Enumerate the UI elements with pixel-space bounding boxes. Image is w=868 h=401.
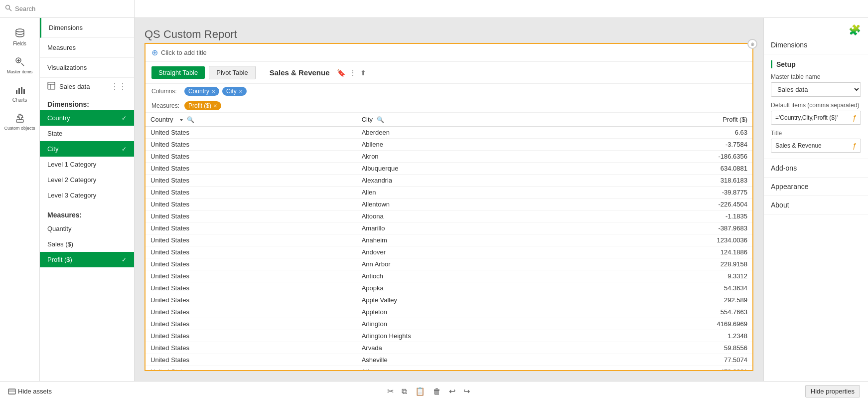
col-header-profit[interactable]: Profit ($) <box>594 113 752 127</box>
bookmark-icon[interactable]: 🔖 <box>337 69 345 77</box>
table-row: United StatesAntioch9.3312 <box>145 270 752 282</box>
chip-city-close[interactable]: ✕ <box>239 89 243 94</box>
left-sidebar: Fields Master items Charts Cu <box>0 18 40 381</box>
columns-label: Columns: <box>151 88 181 95</box>
table-row: United StatesAppleton554.7663 <box>145 306 752 318</box>
dim-level3[interactable]: Level 3 Category <box>40 188 134 203</box>
title-label: Title <box>771 130 861 137</box>
right-section-about[interactable]: About <box>764 196 868 214</box>
share-icon[interactable]: ⬆ <box>360 69 366 77</box>
table-row: United StatesAberdeen6.63 <box>145 127 752 139</box>
master-table-label: Master table name <box>771 73 861 80</box>
svg-point-2 <box>16 29 24 32</box>
dim-country[interactable]: Country ✓ <box>40 110 134 126</box>
panel-tab-visualizations[interactable]: Visualizations <box>40 58 134 78</box>
title-input-wrap[interactable]: Sales & Revenue ƒ <box>771 139 861 153</box>
delete-icon[interactable]: 🗑 <box>433 387 441 396</box>
paste-icon[interactable]: 📋 <box>415 387 425 396</box>
dim-level1[interactable]: Level 1 Category <box>40 157 134 172</box>
svg-rect-4 <box>16 90 17 94</box>
report-widget: ⊕ ⊕ Click to add title Straight Table Pi… <box>145 43 753 371</box>
dots-icon[interactable]: ⋮ <box>349 69 356 77</box>
left-panel: Dimensions Measures Visualizations Sales… <box>40 18 135 381</box>
table-row: United StatesAbilene-3.7584 <box>145 139 752 151</box>
bottom-right: Hide properties <box>805 385 860 398</box>
right-section-addons[interactable]: Add-ons <box>764 159 868 178</box>
copy-icon[interactable]: ⧉ <box>402 387 407 396</box>
default-items-fx-icon[interactable]: ƒ <box>853 114 857 122</box>
right-panel: 🧩 Dimensions Setup Master table name Sal… <box>763 18 868 381</box>
table-row: United StatesArlington4169.6969 <box>145 318 752 330</box>
chip-city[interactable]: City ✕ <box>222 87 247 96</box>
sales-data-item[interactable]: Sales data ⋮⋮ <box>40 78 134 95</box>
straight-table-btn[interactable]: Straight Table <box>151 66 205 79</box>
search-box <box>0 0 135 17</box>
master-table-select-wrap: Sales data <box>771 82 861 97</box>
data-table-wrap[interactable]: Country 🔍 City 🔍 Profit ($) <box>145 113 752 370</box>
default-items-input-wrap[interactable]: ='Country,City,Profit ($)' ƒ <box>771 111 861 125</box>
table-row: United StatesArvada59.8556 <box>145 342 752 354</box>
dim-level2[interactable]: Level 2 Category <box>40 172 134 188</box>
table-row: United StatesAndover124.1886 <box>145 246 752 258</box>
report-title: QS Custom Report <box>145 28 237 40</box>
sidebar-item-custom-objects[interactable]: Custom objects <box>0 108 39 136</box>
sidebar-item-fields[interactable]: Fields <box>0 23 39 51</box>
table-row: United StatesApple Valley292.589 <box>145 294 752 306</box>
report-title-area: QS Custom Report <box>135 18 763 44</box>
chip-profit-close[interactable]: ✕ <box>213 103 217 109</box>
add-title-bar[interactable]: ⊕ Click to add title <box>145 44 752 62</box>
title-fx-icon[interactable]: ƒ <box>853 142 857 150</box>
right-section-dimensions[interactable]: Dimensions <box>764 36 868 54</box>
dimensions-heading: Dimensions: <box>40 95 134 110</box>
default-items-value: ='Country,City,Profit ($)' <box>775 114 838 121</box>
col-header-country[interactable]: Country 🔍 <box>145 113 357 127</box>
chip-country[interactable]: Country ✕ <box>184 87 219 96</box>
col-header-city[interactable]: City 🔍 <box>357 113 594 127</box>
search-icon <box>5 4 12 13</box>
dim-city[interactable]: City ✓ <box>40 141 134 157</box>
hide-assets-btn[interactable]: Hide assets <box>8 388 52 396</box>
undo-icon[interactable]: ↩ <box>449 387 455 396</box>
table-header-row: Country 🔍 City 🔍 Profit ($) <box>145 113 752 127</box>
right-section-appearance[interactable]: Appearance <box>764 178 868 196</box>
panel-tab-dimensions[interactable]: Dimensions <box>40 18 134 38</box>
svg-rect-6 <box>21 87 22 94</box>
measure-profit[interactable]: Profit ($) ✓ <box>40 252 134 267</box>
country-search-icon[interactable]: 🔍 <box>187 116 194 123</box>
left-panel-content: Sales data ⋮⋮ Dimensions: Country ✓ Stat… <box>40 78 134 381</box>
redo-icon[interactable]: ↪ <box>463 387 470 396</box>
default-items-label: Default items (comma separated) <box>771 102 861 109</box>
sidebar-item-charts[interactable]: Charts <box>0 79 39 108</box>
chip-country-close[interactable]: ✕ <box>211 89 215 94</box>
svg-rect-12 <box>8 389 15 394</box>
search-input[interactable] <box>15 5 115 12</box>
chip-profit[interactable]: Profit ($) ✕ <box>184 101 221 110</box>
main-layout: Fields Master items Charts Cu <box>0 18 868 381</box>
resize-handle[interactable]: ⊕ <box>747 39 757 49</box>
hide-properties-btn[interactable]: Hide properties <box>805 385 860 398</box>
measure-sales[interactable]: Sales ($) <box>40 236 134 252</box>
table-row: United StatesAmarillo-387.9683 <box>145 222 752 234</box>
pivot-table-btn[interactable]: Pivot Table <box>209 66 255 79</box>
check-country: ✓ <box>122 115 127 122</box>
dim-state[interactable]: State <box>40 126 134 141</box>
chip-country-label: Country <box>188 88 209 95</box>
svg-rect-8 <box>16 120 23 122</box>
scissor-icon[interactable]: ✂ <box>387 387 394 396</box>
city-search-icon[interactable]: 🔍 <box>377 116 384 123</box>
check-profit: ✓ <box>122 256 127 263</box>
top-bar <box>0 0 868 18</box>
puzzle-icon[interactable]: 🧩 <box>849 24 861 36</box>
measure-quantity[interactable]: Quantity <box>40 221 134 236</box>
sidebar-item-master-items[interactable]: Master items <box>0 51 39 79</box>
table-row: United StatesAltoona-1.1835 <box>145 210 752 222</box>
master-table-select[interactable]: Sales data <box>771 82 861 97</box>
right-section-setup: Setup Master table name Sales data Defau… <box>764 54 868 159</box>
table-row: United StatesAnaheim1234.0036 <box>145 234 752 246</box>
table-icon <box>47 82 55 91</box>
sidebar-fields-label: Fields <box>13 41 26 46</box>
table-body: United StatesAberdeen6.63United StatesAb… <box>145 127 752 371</box>
drag-handle[interactable]: ⋮⋮ <box>111 82 127 91</box>
add-title-icon: ⊕ <box>151 48 158 57</box>
panel-tab-measures[interactable]: Measures <box>40 38 134 58</box>
